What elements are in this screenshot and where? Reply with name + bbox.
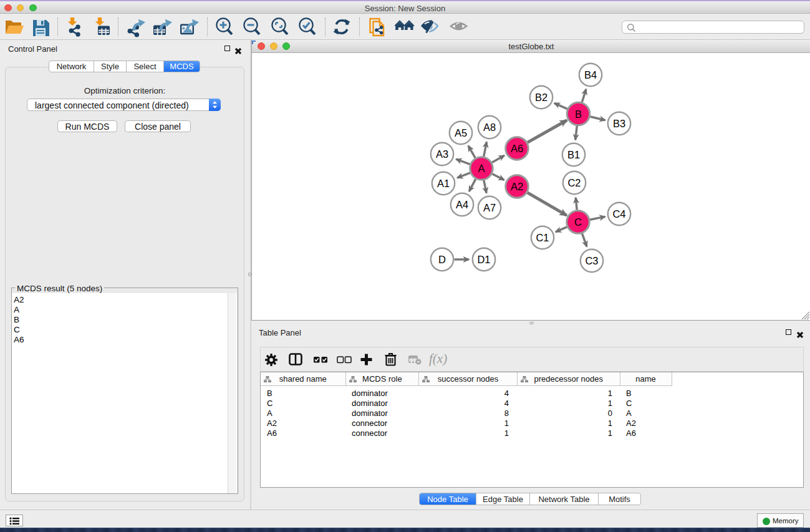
svg-text:C: C [574,216,582,228]
svg-text:A6: A6 [511,143,523,154]
svg-text:C3: C3 [585,255,598,266]
svg-text:C1: C1 [536,232,549,243]
svg-text:A3: A3 [436,148,448,160]
svg-text:B3: B3 [613,118,625,129]
svg-text:B: B [575,109,582,120]
svg-text:A4: A4 [456,199,468,210]
svg-text:C2: C2 [567,177,581,188]
svg-text:A: A [478,163,485,174]
svg-text:A8: A8 [483,122,496,133]
svg-text:B1: B1 [567,149,580,160]
svg-text:B2: B2 [535,92,547,103]
svg-text:C4: C4 [612,208,625,220]
svg-text:D: D [438,254,446,265]
svg-text:A2: A2 [511,181,523,192]
svg-text:A7: A7 [483,202,496,213]
svg-text:A5: A5 [455,127,467,138]
svg-text:B4: B4 [584,69,597,80]
svg-text:A1: A1 [437,178,450,189]
svg-text:D1: D1 [477,254,490,265]
